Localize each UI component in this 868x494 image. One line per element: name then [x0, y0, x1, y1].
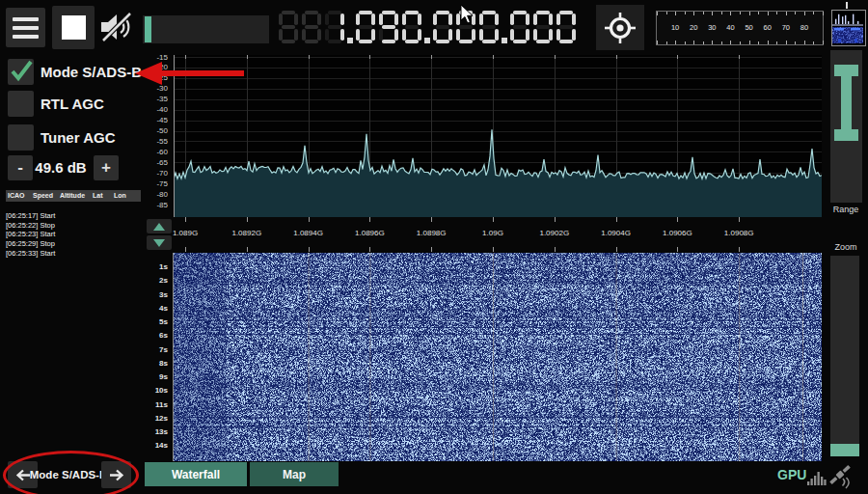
- time-tick-label: 13s: [155, 427, 168, 436]
- ruler-tick: [813, 12, 814, 14]
- freq-axis-tick: [555, 217, 556, 222]
- waterfall-left-edge: [173, 253, 174, 461]
- crosshair-icon: [602, 10, 638, 46]
- ruler-tick: [657, 41, 658, 44]
- db-tick-label: -25: [156, 73, 168, 82]
- freq-axis-tick: [309, 217, 310, 222]
- mode-selector-label: Mode S/ADS-B: [35, 461, 102, 488]
- ruler-tick-label: 60: [764, 23, 772, 32]
- time-tick-label: 7s: [159, 345, 168, 354]
- ruler-tick: [758, 12, 759, 14]
- seven-segment-digit: [301, 9, 322, 45]
- digit-separator-dot: [347, 38, 353, 43]
- db-tick-label: -30: [156, 84, 168, 93]
- volume-slider[interactable]: [143, 15, 269, 43]
- db-tick-label: -35: [156, 95, 168, 103]
- time-tick-label: 9s: [159, 372, 168, 381]
- ruler-tick: [693, 41, 694, 44]
- checkbox-tuner-agc[interactable]: [8, 124, 34, 151]
- waterfall-time-axis: 1s2s3s4s5s6s7s8s9s10s11s12s13s14s: [139, 253, 171, 461]
- ruler-tick: [666, 12, 667, 14]
- gain-decrease-button[interactable]: -: [8, 155, 33, 180]
- ruler-tick: [749, 12, 750, 15]
- ruler-tick: [675, 12, 676, 15]
- ruler-tick: [675, 41, 676, 44]
- spectrum-plot[interactable]: [174, 55, 822, 217]
- stop-button[interactable]: [52, 6, 95, 49]
- waterfall-canvas: [174, 253, 822, 461]
- range-slider-handle-stem[interactable]: [841, 76, 852, 130]
- frequency-display[interactable]: [278, 8, 579, 46]
- ruler-tick: [685, 12, 686, 14]
- axis-scroll-down-button[interactable]: [147, 235, 172, 250]
- ruler-tick: [712, 41, 713, 44]
- mode-next-button[interactable]: [101, 461, 131, 488]
- log-entry: [06:25:22] Stop: [6, 221, 55, 230]
- signal-bars-icon: [807, 469, 827, 490]
- ruler-tick: [776, 41, 777, 44]
- table-header-cell: ICAO: [8, 192, 25, 199]
- table-header-cell: Lat: [93, 192, 103, 199]
- db-tick-label: -15: [156, 53, 168, 62]
- log-entry: [06:25:23] Start: [6, 230, 55, 238]
- ruler-tick-label: 50: [745, 23, 752, 32]
- checkbox-rtl-agc[interactable]: [8, 91, 34, 117]
- axis-scroll-up-button[interactable]: [147, 219, 172, 233]
- spectrum-db-axis: -15-20-25-30-35-40-45-50-55-60-65-70-75-…: [139, 55, 171, 217]
- range-slider-handle-bottom[interactable]: [834, 129, 858, 141]
- gain-increase-button[interactable]: +: [94, 155, 119, 180]
- freq-axis-tick: [185, 217, 186, 222]
- checkbox-mode-s-adsb[interactable]: [8, 59, 34, 85]
- ruler-tick: [657, 12, 658, 15]
- ruler-tick: [712, 12, 713, 15]
- time-tick-label: 5s: [159, 317, 168, 326]
- up-triangle-icon: [153, 223, 165, 231]
- db-tick-label: -40: [156, 105, 168, 114]
- ruler-tick-label: 80: [800, 23, 808, 32]
- tab-waterfall[interactable]: Waterfall: [145, 462, 247, 486]
- freq-tick-label: 1.0896G: [355, 229, 385, 237]
- time-tick-label: 11s: [155, 400, 168, 409]
- freq-axis-tick: [431, 247, 432, 252]
- ruler-tick-label: 70: [782, 23, 790, 32]
- ruler-tick-label: 30: [708, 23, 716, 32]
- db-tick-label: -60: [156, 148, 168, 156]
- seven-segment-digit: [278, 9, 299, 45]
- menu-button[interactable]: [6, 8, 45, 47]
- ruler-tick: [823, 41, 824, 44]
- frequency-axis: 1.089G1.0892G1.0894G1.0896G1.0898G1.09G1…: [174, 217, 822, 252]
- ruler-tick: [721, 12, 722, 14]
- mouse-cursor: [460, 4, 475, 25]
- range-label: Range: [823, 205, 868, 214]
- range-slider-handle-top[interactable]: [834, 65, 858, 76]
- center-frequency-button[interactable]: [596, 5, 644, 50]
- ruler-tick: [786, 41, 787, 44]
- db-tick-label: -85: [156, 201, 168, 209]
- mute-button[interactable]: [95, 9, 139, 47]
- ruler-tick: [786, 12, 787, 15]
- time-tick-label: 8s: [159, 359, 168, 368]
- tab-map[interactable]: Map: [250, 462, 339, 486]
- time-tick-label: 14s: [155, 441, 168, 450]
- seven-segment-digit: [509, 9, 530, 45]
- freq-axis-tick: [247, 217, 248, 222]
- table-header-cell: Lon: [114, 192, 126, 199]
- volume-slider-handle[interactable]: [145, 16, 151, 42]
- ruler-tick: [749, 41, 750, 44]
- zoom-slider[interactable]: [830, 256, 859, 451]
- ruler-tick: [703, 41, 704, 44]
- db-tick-label: -50: [156, 126, 168, 135]
- seven-segment-digit: [324, 9, 345, 45]
- freq-axis-tick: [493, 247, 494, 252]
- ruler-tick: [795, 41, 796, 44]
- waterfall-display[interactable]: [174, 253, 822, 461]
- spectrum-trace: [174, 55, 822, 217]
- ruler-tick: [740, 12, 741, 14]
- gain-value: 49.6 dB: [31, 159, 91, 176]
- freq-axis-tick: [431, 217, 432, 222]
- freq-axis-tick: [739, 217, 740, 222]
- freq-axis-tick: [677, 247, 678, 252]
- hamburger-icon: [6, 17, 45, 39]
- zoom-slider-handle[interactable]: [830, 444, 859, 456]
- freq-tick-label: 1.0908G: [724, 229, 754, 237]
